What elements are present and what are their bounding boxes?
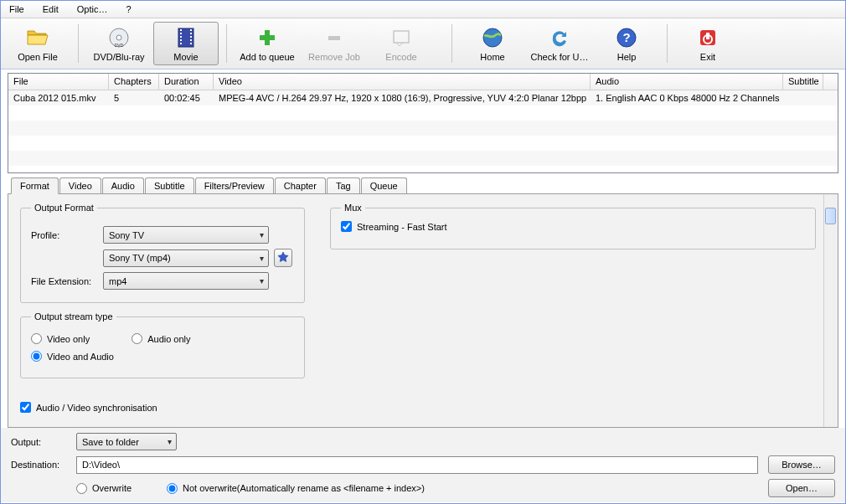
cell-duration: 00:02:45 — [159, 91, 214, 105]
svg-text:?: ? — [622, 30, 630, 44]
tab-panel-format: Output Format Profile: Sony TV Sony TV (… — [8, 193, 838, 428]
table-row — [8, 136, 838, 151]
globe-icon — [481, 26, 504, 49]
col-header-chapters[interactable]: Chapters — [109, 74, 159, 90]
streaming-label: Streaming - Fast Start — [357, 222, 447, 232]
output-stream-group: Output stream type Video only Audio only… — [20, 311, 305, 378]
refresh-icon — [548, 26, 571, 49]
tab-format[interactable]: Format — [11, 177, 59, 194]
cell-video: MPEG-4 AVC / H.264 29.97 Hz, 1920 x 1080… — [214, 91, 591, 105]
table-row — [8, 121, 838, 136]
scrollbar-thumb[interactable] — [825, 208, 836, 224]
menu-file[interactable]: File — [4, 3, 29, 16]
toolbar: Open File DVD DVD/Blu-ray Movie Add to q… — [1, 18, 845, 69]
tab-strip: Format Video Audio Subtitle Filters/Prev… — [11, 177, 838, 193]
svg-rect-15 — [260, 35, 275, 40]
tab-queue[interactable]: Queue — [361, 177, 407, 194]
cell-subtitle — [783, 96, 823, 100]
panel-scrollbar[interactable] — [823, 194, 838, 427]
star-icon — [277, 251, 289, 265]
tab-audio[interactable]: Audio — [102, 177, 144, 194]
profile-combo[interactable]: Sony TV — [103, 226, 269, 244]
menu-edit[interactable]: Edit — [38, 3, 64, 16]
output-format-group: Output Format Profile: Sony TV Sony TV (… — [20, 203, 305, 303]
col-header-file[interactable]: File — [8, 74, 109, 90]
folder-open-icon — [26, 26, 49, 49]
tab-subtitle[interactable]: Subtitle — [145, 177, 194, 194]
file-grid-header: File Chapters Duration Video Audio Subti… — [8, 74, 838, 90]
encode-label: Encode — [385, 52, 416, 62]
svg-rect-12 — [190, 39, 192, 41]
plus-icon — [255, 26, 279, 49]
file-ext-label: File Extension: — [31, 276, 98, 286]
menu-options[interactable]: Optic… — [72, 3, 113, 16]
tab-filters[interactable]: Filters/Preview — [195, 177, 274, 194]
streaming-checkbox[interactable] — [341, 221, 352, 232]
svg-rect-10 — [190, 33, 192, 34]
video-audio-radio[interactable] — [31, 351, 42, 362]
open-file-button[interactable]: Open File — [5, 22, 70, 65]
svg-rect-9 — [190, 29, 192, 31]
file-ext-combo[interactable]: mp4 — [103, 272, 269, 290]
not-overwrite-radio[interactable] — [167, 483, 178, 494]
tab-tag[interactable]: Tag — [327, 177, 360, 194]
col-header-duration[interactable]: Duration — [159, 74, 214, 90]
video-only-label: Video only — [47, 334, 90, 344]
overwrite-radio[interactable] — [76, 483, 87, 494]
home-label: Home — [480, 52, 504, 62]
cell-file: Cuba 2012 015.mkv — [8, 91, 109, 105]
cell-audio: 1. English AAC 0 Kbps 48000 Hz 2 Channel… — [591, 91, 783, 105]
encode-button: Encode — [369, 22, 434, 65]
film-icon — [174, 26, 198, 49]
output-mode-combo[interactable]: Save to folder — [76, 433, 177, 450]
menubar: File Edit Optic… ? — [1, 1, 845, 18]
toolbar-separator — [78, 24, 79, 63]
svg-rect-6 — [180, 36, 182, 38]
output-format-legend: Output Format — [31, 203, 97, 213]
profile-label: Profile: — [31, 230, 98, 240]
menu-help[interactable]: ? — [121, 3, 136, 16]
av-sync-checkbox[interactable] — [20, 402, 31, 413]
cell-chapters: 5 — [109, 91, 159, 105]
check-updates-button[interactable]: Check for U… — [527, 22, 592, 65]
toolbar-separator — [451, 24, 452, 63]
svg-rect-11 — [190, 36, 192, 38]
table-row[interactable]: Cuba 2012 015.mkv 5 00:02:45 MPEG-4 AVC … — [8, 90, 838, 105]
audio-only-radio[interactable] — [132, 333, 142, 344]
svg-rect-13 — [190, 43, 192, 44]
exit-icon — [696, 26, 720, 49]
table-row — [8, 151, 838, 166]
overwrite-label: Overwrite — [92, 483, 132, 493]
tab-video[interactable]: Video — [59, 177, 101, 194]
col-header-video[interactable]: Video — [214, 74, 591, 90]
home-button[interactable]: Home — [460, 22, 525, 65]
exit-button[interactable]: Exit — [675, 22, 740, 65]
add-to-queue-button[interactable]: Add to queue — [235, 22, 300, 65]
tab-chapter[interactable]: Chapter — [275, 177, 326, 194]
destination-input[interactable] — [76, 456, 758, 474]
movie-button[interactable]: Movie — [153, 22, 219, 65]
svg-rect-8 — [180, 43, 182, 44]
exit-label: Exit — [700, 52, 715, 62]
open-button[interactable]: Open… — [768, 479, 835, 497]
browse-button[interactable]: Browse… — [768, 455, 835, 474]
audio-only-label: Audio only — [147, 334, 190, 344]
svg-rect-7 — [180, 39, 182, 41]
favorite-profile-button[interactable] — [274, 249, 292, 267]
disc-icon: DVD — [107, 26, 131, 49]
settings-tabs: Format Video Audio Subtitle Filters/Prev… — [8, 177, 838, 428]
dvd-bluray-button[interactable]: DVD DVD/Blu-ray — [86, 22, 152, 65]
col-header-subtitle[interactable]: Subtitle — [783, 74, 823, 90]
av-sync-label: Audio / Video synchronisation — [36, 403, 157, 413]
video-only-radio[interactable] — [31, 333, 42, 344]
table-row — [8, 105, 838, 121]
svg-rect-5 — [180, 33, 182, 34]
destination-label: Destination: — [11, 460, 66, 470]
profile-sub-combo[interactable]: Sony TV (mp4) — [103, 249, 269, 267]
help-label: Help — [617, 52, 637, 62]
file-grid: File Chapters Duration Video Audio Subti… — [8, 73, 838, 173]
minus-icon — [322, 26, 346, 49]
help-button[interactable]: ? Help — [594, 22, 659, 65]
encode-icon — [389, 26, 413, 49]
col-header-audio[interactable]: Audio — [591, 74, 783, 90]
